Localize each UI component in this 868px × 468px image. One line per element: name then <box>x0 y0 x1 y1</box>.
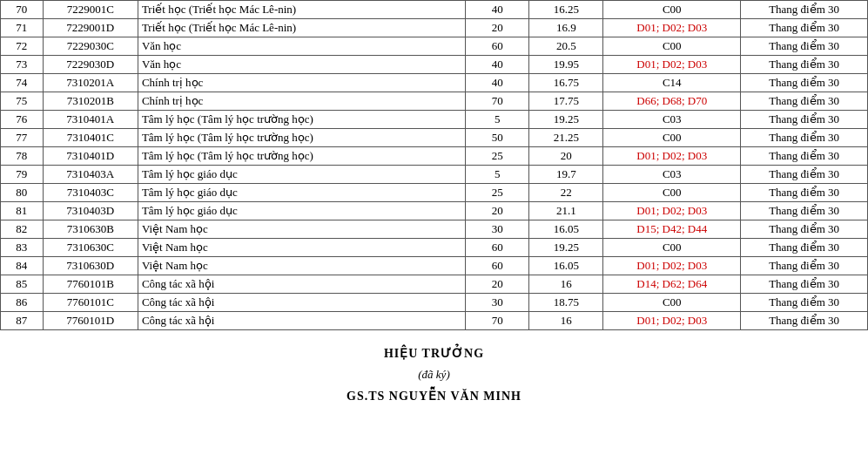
cell-thang: Thang điểm 30 <box>741 129 868 147</box>
cell-to: C00 <box>603 1 741 19</box>
cell-to: D14; D62; D64 <box>603 275 741 294</box>
cell-to: D15; D42; D44 <box>603 220 741 239</box>
cell-diem: 21.25 <box>529 129 603 147</box>
cell-ten: Triết học (Triết học Mác Lê-nin) <box>138 1 466 19</box>
table-row: 82 7310630B Việt Nam học 30 16.05 D15; D… <box>1 220 868 239</box>
cell-stt: 80 <box>1 184 44 202</box>
cell-thang: Thang điểm 30 <box>741 202 868 220</box>
cell-to: D01; D02; D03 <box>603 257 741 275</box>
cell-thang: Thang điểm 30 <box>741 111 868 129</box>
cell-ten: Tâm lý học (Tâm lý học trường học) <box>138 111 466 129</box>
cell-ten: Tâm lý học (Tâm lý học trường học) <box>138 129 466 147</box>
cell-stt: 78 <box>1 147 44 166</box>
cell-stt: 77 <box>1 129 44 147</box>
cell-ma: 7310630C <box>43 239 138 257</box>
cell-stt: 76 <box>1 111 44 129</box>
cell-ten: Triết học (Triết học Mác Lê-nin) <box>138 19 466 37</box>
cell-stt: 85 <box>1 275 44 294</box>
cell-diem: 19.95 <box>529 56 603 74</box>
cell-to: C00 <box>603 37 741 56</box>
cell-chi: 50 <box>466 129 529 147</box>
cell-chi: 30 <box>466 220 529 239</box>
cell-chi: 70 <box>466 312 529 330</box>
cell-chi: 30 <box>466 294 529 312</box>
table-row: 70 7229001C Triết học (Triết học Mác Lê-… <box>1 1 868 19</box>
cell-thang: Thang điểm 30 <box>741 37 868 56</box>
cell-ten: Công tác xã hội <box>138 294 466 312</box>
cell-chi: 20 <box>466 202 529 220</box>
table-row: 83 7310630C Việt Nam học 60 19.25 C00 Th… <box>1 239 868 257</box>
table-row: 71 7229001D Triết học (Triết học Mác Lê-… <box>1 19 868 37</box>
cell-chi: 60 <box>466 37 529 56</box>
cell-ma: 7229001C <box>43 1 138 19</box>
cell-ma: 7310201A <box>43 74 138 92</box>
cell-ma: 7310403A <box>43 166 138 184</box>
cell-thang: Thang điểm 30 <box>741 294 868 312</box>
cell-ten: Tâm lý học (Tâm lý học trường học) <box>138 147 466 166</box>
cell-diem: 19.25 <box>529 239 603 257</box>
table-row: 78 7310401D Tâm lý học (Tâm lý học trườn… <box>1 147 868 166</box>
cell-chi: 60 <box>466 257 529 275</box>
cell-ten: Công tác xã hội <box>138 312 466 330</box>
cell-diem: 19.7 <box>529 166 603 184</box>
cell-diem: 17.75 <box>529 92 603 111</box>
cell-thang: Thang điểm 30 <box>741 275 868 294</box>
cell-to: D01; D02; D03 <box>603 312 741 330</box>
cell-ma: 7310201B <box>43 92 138 111</box>
cell-ma: 7310401A <box>43 111 138 129</box>
cell-thang: Thang điểm 30 <box>741 257 868 275</box>
cell-to: D01; D02; D03 <box>603 56 741 74</box>
cell-stt: 71 <box>1 19 44 37</box>
cell-ten: Chính trị học <box>138 74 466 92</box>
cell-ma: 7310403C <box>43 184 138 202</box>
cell-stt: 75 <box>1 92 44 111</box>
table-row: 77 7310401C Tâm lý học (Tâm lý học trườn… <box>1 129 868 147</box>
cell-ma: 7229001D <box>43 19 138 37</box>
cell-stt: 79 <box>1 166 44 184</box>
cell-chi: 5 <box>466 166 529 184</box>
cell-diem: 16.05 <box>529 257 603 275</box>
cell-stt: 83 <box>1 239 44 257</box>
table-row: 73 7229030D Văn học 40 19.95 D01; D02; D… <box>1 56 868 74</box>
footer-signed: (đã ký) <box>0 368 868 382</box>
table-row: 80 7310403C Tâm lý học giáo dục 25 22 C0… <box>1 184 868 202</box>
cell-diem: 18.75 <box>529 294 603 312</box>
cell-ma: 7760101D <box>43 312 138 330</box>
cell-diem: 16.75 <box>529 74 603 92</box>
cell-to: D01; D02; D03 <box>603 147 741 166</box>
cell-ten: Tâm lý học giáo dục <box>138 166 466 184</box>
footer-name: GS.TS NGUYỄN VĂN MINH <box>0 389 868 404</box>
cell-diem: 20.5 <box>529 37 603 56</box>
cell-stt: 87 <box>1 312 44 330</box>
cell-ma: 7310401D <box>43 147 138 166</box>
cell-chi: 20 <box>466 275 529 294</box>
cell-ma: 7310403D <box>43 202 138 220</box>
cell-ten: Công tác xã hội <box>138 275 466 294</box>
footer-section: HIỆU TRƯỞNG (đã ký) GS.TS NGUYỄN VĂN MIN… <box>0 346 868 412</box>
table-row: 84 7310630D Việt Nam học 60 16.05 D01; D… <box>1 257 868 275</box>
cell-chi: 25 <box>466 147 529 166</box>
cell-chi: 60 <box>466 239 529 257</box>
cell-diem: 19.25 <box>529 111 603 129</box>
cell-ma: 7760101B <box>43 275 138 294</box>
cell-ma: 7229030D <box>43 56 138 74</box>
table-row: 87 7760101D Công tác xã hội 70 16 D01; D… <box>1 312 868 330</box>
cell-diem: 16 <box>529 275 603 294</box>
cell-diem: 16.05 <box>529 220 603 239</box>
cell-ten: Tâm lý học giáo dục <box>138 184 466 202</box>
table-row: 81 7310403D Tâm lý học giáo dục 20 21.1 … <box>1 202 868 220</box>
cell-ma: 7310401C <box>43 129 138 147</box>
cell-ten: Văn học <box>138 56 466 74</box>
cell-stt: 84 <box>1 257 44 275</box>
cell-thang: Thang điểm 30 <box>741 220 868 239</box>
cell-ten: Văn học <box>138 37 466 56</box>
cell-stt: 72 <box>1 37 44 56</box>
table-row: 72 7229030C Văn học 60 20.5 C00 Thang đi… <box>1 37 868 56</box>
cell-ten: Tâm lý học giáo dục <box>138 202 466 220</box>
cell-diem: 21.1 <box>529 202 603 220</box>
cell-diem: 16 <box>529 312 603 330</box>
cell-ma: 7310630D <box>43 257 138 275</box>
cell-diem: 20 <box>529 147 603 166</box>
cell-stt: 73 <box>1 56 44 74</box>
cell-stt: 70 <box>1 1 44 19</box>
